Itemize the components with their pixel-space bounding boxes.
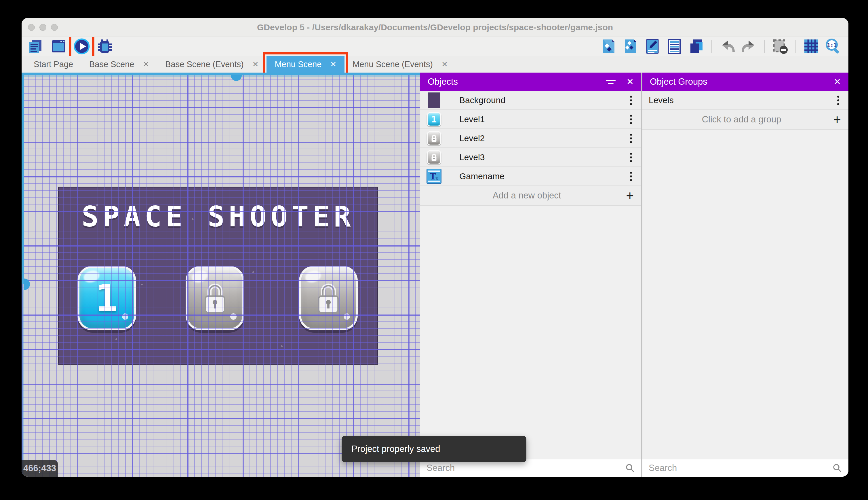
level-1-button-instance[interactable]: 1 (78, 266, 136, 330)
search-icon[interactable] (625, 463, 635, 473)
close-icon[interactable]: ✕ (834, 78, 841, 86)
deselect-instances-icon (772, 38, 788, 55)
open-properties-panel-button[interactable] (644, 37, 661, 55)
deselect-instances-button[interactable] (771, 37, 789, 55)
zoom-window-button[interactable] (51, 24, 58, 31)
horizontal-scrollbar-thumb[interactable] (231, 75, 242, 81)
grid-icon (803, 38, 819, 55)
minimize-window-button[interactable] (39, 24, 46, 31)
object-row-gamename[interactable]: T x Gamename (420, 167, 641, 186)
tab-menu-scene-events[interactable]: Menu Scene (Events) ✕ (344, 56, 456, 72)
add-new-object-label: Add a new object (428, 190, 626, 201)
tab-start-page[interactable]: Start Page (26, 56, 81, 72)
kebab-menu-icon[interactable] (628, 132, 634, 145)
kebab-menu-icon[interactable] (835, 94, 841, 107)
play-icon (74, 38, 90, 55)
toolbar: 1:1 (22, 37, 848, 56)
cursor-coordinates-badge: 466;433 (22, 460, 58, 477)
content-area: SPACE SHOOTER 1 (22, 72, 848, 477)
object-name: Level2 (459, 133, 485, 143)
objects-panel: Objects ✕ Background 1 Level1 (420, 72, 641, 477)
tab-close-icon[interactable]: ✕ (442, 60, 448, 69)
text-object-thumbnail: T x (426, 169, 442, 184)
tab-close-icon[interactable]: ✕ (143, 60, 149, 69)
objects-search-input[interactable] (426, 463, 625, 473)
objects-panel-title: Objects (428, 77, 458, 87)
kebab-menu-icon[interactable] (628, 94, 634, 107)
vertical-scrollbar-thumb[interactable] (24, 279, 30, 290)
tab-label: Menu Scene (Events) (353, 60, 433, 69)
object-groups-search-input[interactable] (649, 463, 832, 473)
object-groups-search-bar (642, 459, 848, 477)
close-icon[interactable]: ✕ (626, 78, 634, 86)
traffic-lights (28, 24, 58, 31)
debugger-button[interactable] (96, 37, 114, 55)
object-name: Gamename (459, 171, 505, 181)
add-new-object-row[interactable]: Add a new object + (420, 186, 641, 206)
kebab-menu-icon[interactable] (628, 113, 634, 126)
object-name: Level3 (459, 152, 485, 162)
objects-panel-empty-area (420, 206, 641, 459)
undo-icon (719, 38, 735, 55)
open-instances-list-button[interactable] (665, 37, 683, 55)
group-name: Levels (649, 95, 674, 105)
search-icon[interactable] (832, 463, 842, 473)
scene-background-instance[interactable]: SPACE SHOOTER 1 (58, 186, 378, 365)
object-groups-panel-header: Object Groups ✕ (642, 72, 848, 91)
object-row-level1[interactable]: 1 Level1 (420, 110, 641, 129)
plus-icon[interactable]: + (626, 189, 634, 202)
instances-list-icon (666, 38, 682, 55)
level-2-button-instance[interactable] (186, 266, 244, 330)
level-1-thumbnail: 1 (426, 112, 442, 127)
toggle-grid-button[interactable] (802, 37, 820, 55)
objects-panel-header: Objects ✕ (420, 72, 641, 91)
redo-button[interactable] (740, 37, 758, 55)
object-row-background[interactable]: Background (420, 91, 641, 110)
open-object-groups-panel-button[interactable] (622, 37, 640, 55)
level-1-number: 1 (96, 276, 118, 320)
text-icon-T: T (430, 171, 436, 181)
tab-label: Menu Scene (274, 60, 321, 69)
scene-editor-button[interactable] (50, 37, 68, 55)
horizontal-scrollbar[interactable] (22, 72, 420, 75)
plus-icon[interactable]: + (833, 113, 841, 126)
object-row-level2[interactable]: Level2 (420, 129, 641, 148)
tab-menu-scene[interactable]: Menu Scene ✕ (267, 56, 344, 72)
open-layers-panel-button[interactable] (687, 37, 705, 55)
add-group-label: Click to add a group (650, 114, 833, 125)
tab-close-icon[interactable]: ✕ (330, 60, 337, 69)
debugger-icon (97, 38, 113, 55)
add-group-row[interactable]: Click to add a group + (642, 110, 848, 129)
kebab-menu-icon[interactable] (628, 151, 634, 164)
zoom-1-1-icon: 1:1 (825, 38, 842, 55)
vertical-scrollbar[interactable] (22, 72, 24, 477)
redo-icon (741, 38, 757, 55)
play-preview-button[interactable] (73, 37, 91, 55)
open-objects-panel-button[interactable] (600, 37, 618, 55)
lock-icon (431, 134, 437, 143)
close-window-button[interactable] (28, 24, 35, 31)
scene-window-icon (51, 38, 67, 55)
level-3-button-instance[interactable] (299, 266, 358, 330)
object-row-level3[interactable]: Level3 (420, 148, 641, 167)
tab-label: Base Scene (Events) (165, 60, 244, 69)
tab-label: Base Scene (89, 60, 134, 69)
undo-button[interactable] (718, 37, 736, 55)
filter-icon[interactable] (605, 79, 617, 85)
game-title-instance[interactable]: SPACE SHOOTER (59, 200, 377, 233)
project-manager-button[interactable] (27, 37, 45, 55)
locked-level-thumbnail (426, 150, 442, 165)
object-name: Level1 (459, 114, 485, 124)
group-row-levels[interactable]: Levels (642, 91, 848, 110)
tab-base-scene-events[interactable]: Base Scene (Events) ✕ (157, 56, 267, 72)
layers-panel-icon (688, 38, 704, 55)
tab-base-scene[interactable]: Base Scene ✕ (81, 56, 157, 72)
tab-close-icon[interactable]: ✕ (253, 60, 259, 69)
zoom-ratio-label: 1:1 (826, 42, 837, 49)
toolbar-separator (764, 40, 765, 53)
toast-notification: Project properly saved (342, 436, 526, 462)
zoom-reset-button[interactable]: 1:1 (824, 37, 842, 55)
kebab-menu-icon[interactable] (628, 170, 634, 183)
scene-editor-canvas[interactable]: SPACE SHOOTER 1 (22, 72, 420, 477)
title-bar: GDevelop 5 - /Users/dkarakay/Documents/G… (22, 18, 848, 37)
